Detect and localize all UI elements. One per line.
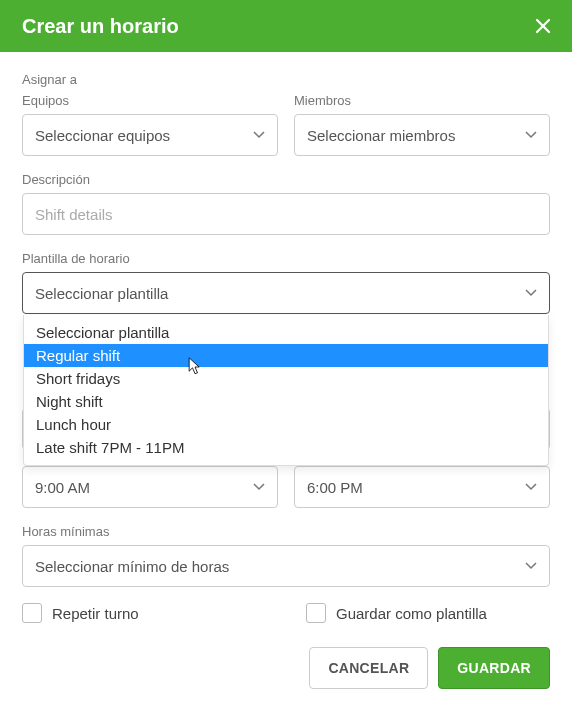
- caret-down-icon: [253, 131, 265, 139]
- caret-down-icon: [253, 483, 265, 491]
- teams-label: Equipos: [22, 93, 278, 108]
- caret-down-icon: [525, 289, 537, 297]
- members-select-value: Seleccionar miembros: [307, 127, 455, 144]
- caret-down-icon: [525, 131, 537, 139]
- template-option[interactable]: Late shift 7PM - 11PM: [24, 436, 548, 459]
- modal-header: Crear un horario: [0, 0, 572, 52]
- modal-footer: CANCELAR GUARDAR: [22, 647, 550, 689]
- repeat-shift-checkbox[interactable]: Repetir turno: [22, 603, 266, 623]
- members-label: Miembros: [294, 93, 550, 108]
- create-schedule-modal: Crear un horario Asignar a Equipos Selec…: [0, 0, 572, 709]
- template-dropdown: Seleccionar plantilla Regular shift Shor…: [23, 315, 549, 466]
- template-select-value: Seleccionar plantilla: [35, 285, 168, 302]
- description-label: Descripción: [22, 172, 550, 187]
- min-hours-value: Seleccionar mínimo de horas: [35, 558, 229, 575]
- close-icon[interactable]: [534, 17, 552, 35]
- teams-select-value: Seleccionar equipos: [35, 127, 170, 144]
- save-button[interactable]: GUARDAR: [438, 647, 550, 689]
- checkbox-box: [22, 603, 42, 623]
- template-option[interactable]: Night shift: [24, 390, 548, 413]
- min-hours-select[interactable]: Seleccionar mínimo de horas: [22, 545, 550, 587]
- cancel-button[interactable]: CANCELAR: [309, 647, 428, 689]
- members-select[interactable]: Seleccionar miembros: [294, 114, 550, 156]
- template-option[interactable]: Regular shift: [24, 344, 548, 367]
- start-time-select[interactable]: 9:00 AM: [22, 466, 278, 508]
- modal-body: Asignar a Equipos Seleccionar equipos Mi…: [0, 52, 572, 709]
- checkbox-box: [306, 603, 326, 623]
- end-time-select[interactable]: 6:00 PM: [294, 466, 550, 508]
- template-select[interactable]: Seleccionar plantilla Seleccionar planti…: [22, 272, 550, 314]
- end-time-value: 6:00 PM: [307, 479, 363, 496]
- description-input[interactable]: [22, 193, 550, 235]
- caret-down-icon: [525, 562, 537, 570]
- save-as-template-checkbox[interactable]: Guardar como plantilla: [306, 603, 550, 623]
- min-hours-label: Horas mínimas: [22, 524, 550, 539]
- start-time-value: 9:00 AM: [35, 479, 90, 496]
- modal-title: Crear un horario: [22, 15, 179, 38]
- teams-select[interactable]: Seleccionar equipos: [22, 114, 278, 156]
- template-option[interactable]: Short fridays: [24, 367, 548, 390]
- template-option[interactable]: Lunch hour: [24, 413, 548, 436]
- caret-down-icon: [525, 483, 537, 491]
- template-option[interactable]: Seleccionar plantilla: [24, 321, 548, 344]
- assign-to-label: Asignar a: [22, 72, 550, 87]
- save-as-template-label: Guardar como plantilla: [336, 605, 487, 622]
- repeat-shift-label: Repetir turno: [52, 605, 139, 622]
- template-label: Plantilla de horario: [22, 251, 550, 266]
